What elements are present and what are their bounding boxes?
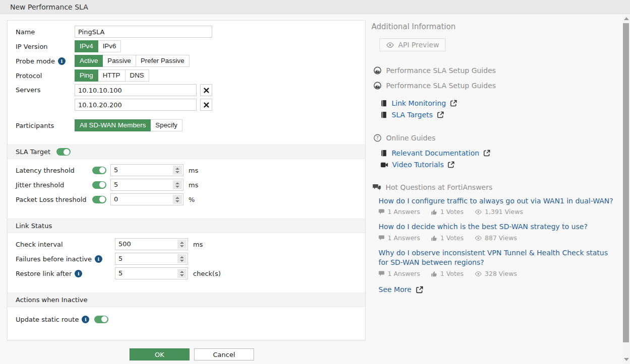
- dialog-buttons: OK Cancel: [130, 348, 254, 360]
- hot-questions-heading: Hot Questions at FortiAnswers: [386, 183, 492, 191]
- setup-guides-label: Performance SLA Setup Guides: [386, 82, 496, 90]
- jitter-threshold-label: Jitter threshold: [16, 181, 92, 189]
- packet-loss-threshold-label: Packet Loss threshold: [16, 196, 92, 203]
- number-spinner[interactable]: [177, 254, 186, 263]
- sla-target-section-header: SLA Target: [8, 144, 365, 159]
- probe-mode-passive-button[interactable]: Passive: [103, 55, 136, 67]
- online-guide-link-item: Video Tutorials: [371, 161, 617, 169]
- server-input-1[interactable]: [75, 84, 197, 96]
- restore-link-after-label: Restore link after: [16, 270, 72, 277]
- link-status-header-label: Link Status: [16, 222, 52, 230]
- restore-link-after-input[interactable]: 5: [115, 267, 188, 279]
- cancel-button[interactable]: Cancel: [194, 348, 254, 360]
- servers-label: Servers: [16, 84, 75, 113]
- number-spinner[interactable]: [173, 195, 182, 204]
- views-stat: 887 Views: [475, 234, 517, 242]
- name-row: Name: [16, 26, 357, 38]
- server-input-2[interactable]: [75, 99, 197, 111]
- scroll-up-icon[interactable]: [624, 17, 629, 20]
- restore-info-icon[interactable]: [75, 270, 82, 277]
- participants-row: Participants All SD-WAN Members Specify: [16, 119, 357, 131]
- protocol-dns-button[interactable]: DNS: [125, 69, 149, 82]
- packet-loss-unit-label: %: [188, 196, 195, 203]
- vertical-scrollbar[interactable]: [622, 14, 630, 364]
- failures-before-inactive-input[interactable]: 5: [115, 253, 188, 265]
- number-spinner[interactable]: [177, 240, 186, 249]
- question-link[interactable]: How do I decide which is the best SD-WAN…: [379, 222, 617, 232]
- name-input[interactable]: [75, 26, 212, 38]
- probe-mode-active-button[interactable]: Active: [75, 55, 103, 67]
- question-link[interactable]: Why do I observe inconsistent VPN Tunnel…: [379, 248, 617, 267]
- comment-icon: [379, 235, 385, 241]
- remove-server-button[interactable]: [200, 84, 212, 96]
- sla-targets-link[interactable]: SLA Targets: [381, 111, 444, 119]
- number-spinner[interactable]: [173, 166, 182, 175]
- relevant-documentation-link[interactable]: Relevant Documentation: [381, 149, 490, 157]
- ok-button[interactable]: OK: [130, 348, 190, 360]
- ip-version-ipv4-button[interactable]: IPv4: [75, 40, 98, 52]
- ip-version-row: IP Version IPv4 IPv6: [16, 40, 357, 52]
- spinner-down-icon: [180, 260, 184, 262]
- api-preview-button[interactable]: API Preview: [380, 38, 446, 51]
- participants-specify-button[interactable]: Specify: [151, 119, 182, 131]
- scrollbar-thumb[interactable]: [623, 23, 629, 342]
- packet-loss-threshold-input[interactable]: 0: [110, 193, 183, 205]
- book-icon: [381, 100, 388, 107]
- latency-threshold-label: Latency threshold: [16, 167, 92, 174]
- jitter-threshold-input[interactable]: 5: [110, 179, 183, 191]
- remove-server-button[interactable]: [200, 99, 212, 111]
- protocol-ping-button[interactable]: Ping: [75, 69, 98, 82]
- check-interval-input[interactable]: 500: [115, 238, 188, 250]
- spinner-down-icon: [175, 171, 179, 173]
- spinner-down-icon: [180, 274, 184, 276]
- update-static-route-info-icon[interactable]: [82, 316, 89, 323]
- see-more-link[interactable]: See More: [379, 285, 423, 294]
- packet-loss-threshold-toggle[interactable]: [92, 196, 106, 203]
- page-title: New Performance SLA: [0, 0, 630, 14]
- spinner-up-icon: [180, 271, 184, 273]
- answers-stat: 1 Answers: [379, 270, 420, 277]
- check-interval-unit-label: ms: [193, 241, 203, 248]
- book-icon: [381, 150, 388, 157]
- spinner-up-icon: [175, 197, 179, 199]
- additional-information-panel: Additional Information API Preview Perfo…: [371, 22, 617, 294]
- video-tutorials-link[interactable]: Video Tutorials: [381, 161, 455, 169]
- link-monitoring-link[interactable]: Link Monitoring: [381, 99, 457, 107]
- scroll-down-icon[interactable]: [624, 358, 629, 361]
- see-more-row: See More: [371, 285, 617, 294]
- guide-link-item: SLA Targets: [371, 111, 617, 120]
- close-icon: [204, 102, 209, 108]
- svg-text:?: ?: [376, 135, 379, 140]
- ip-version-label: IP Version: [16, 43, 75, 50]
- update-static-route-toggle[interactable]: [94, 316, 108, 323]
- probe-mode-info-icon[interactable]: [58, 57, 66, 65]
- answers-stat: 1 Answers: [379, 234, 420, 242]
- question-circle-icon: ?: [373, 134, 382, 142]
- question-item: How do I decide which is the best SD-WAN…: [371, 222, 617, 242]
- failures-info-icon[interactable]: [95, 255, 102, 263]
- external-link-icon: [483, 150, 490, 157]
- link-status-section-header: Link Status: [8, 219, 365, 233]
- spinner-down-icon: [180, 245, 184, 247]
- number-spinner[interactable]: [177, 269, 186, 278]
- number-spinner[interactable]: [173, 180, 182, 189]
- thumbs-up-icon: [431, 235, 437, 241]
- sla-target-toggle[interactable]: [56, 148, 71, 156]
- ip-version-ipv6-button[interactable]: IPv6: [98, 40, 121, 52]
- gauge-icon: [373, 82, 382, 90]
- packet-loss-threshold-row: Packet Loss threshold 0 %: [16, 193, 357, 205]
- participants-all-members-button[interactable]: All SD-WAN Members: [75, 119, 151, 131]
- latency-threshold-toggle[interactable]: [92, 167, 106, 174]
- probe-mode-prefer-passive-button[interactable]: Prefer Passive: [136, 55, 190, 67]
- votes-stat: 1 Votes: [431, 208, 463, 215]
- protocol-http-button[interactable]: HTTP: [98, 69, 125, 82]
- probe-mode-segment: Active Passive Prefer Passive: [75, 55, 190, 67]
- setup-guides-item: Performance SLA Setup Guides: [371, 82, 617, 90]
- latency-threshold-row: Latency threshold 5 ms: [16, 164, 357, 176]
- performance-sla-form: Name IP Version IPv4 IPv6 Probe mode Act…: [7, 20, 365, 340]
- name-label: Name: [16, 28, 75, 36]
- jitter-threshold-toggle[interactable]: [92, 181, 106, 189]
- latency-threshold-input[interactable]: 5: [110, 164, 183, 176]
- question-link[interactable]: How do I configure traffic to always go …: [379, 196, 617, 206]
- external-link-icon: [448, 161, 455, 168]
